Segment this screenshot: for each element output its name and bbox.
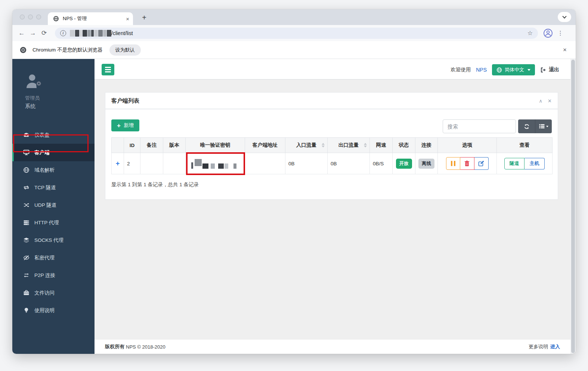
new-tab-button[interactable]: + [139,12,150,24]
nps-app: 管理员 系统 仪表盘 [12,59,576,354]
search-input[interactable] [443,119,516,133]
tunnel-button[interactable]: 隧道 [504,158,524,169]
columns-button[interactable] [535,119,552,133]
annotation-box-vkey [186,152,245,175]
sidebar-item-tcp-tunnel[interactable]: TCP 隧道 [12,179,95,196]
admin-avatar-icon [25,73,44,90]
sort-icon[interactable] [322,143,325,147]
scrollbar-thumb[interactable] [571,60,575,353]
user-name: 系统 [25,103,95,110]
col-traffic-out[interactable]: 出口流量 [328,138,370,153]
exchange-icon [23,272,30,278]
pause-button[interactable] [446,157,460,170]
logout-label: 退出 [549,66,559,73]
tab-search-button[interactable] [558,12,571,22]
sidebar-item-help[interactable]: 使用说明 [12,302,95,319]
browser-menu-icon[interactable]: ⋮ [557,29,563,37]
edit-button[interactable] [474,157,489,170]
more-label: 更多说明 [529,343,548,350]
set-default-button[interactable]: 设为默认 [109,44,141,56]
dashboard-icon [23,132,30,138]
sidebar-item-p2p[interactable]: P2P 连接 [12,266,95,284]
enter-link[interactable]: 进入 [550,343,560,350]
pause-icon [451,161,455,166]
user-role: 管理员 [25,95,95,102]
zoom-window-button[interactable] [36,15,41,19]
sidebar-item-clients[interactable]: 客户端 [12,144,95,161]
sidebar-item-label: 使用说明 [34,307,55,314]
sidebar-item-file-access[interactable]: 文件访问 [12,284,95,302]
col-view: 查看 [497,138,553,153]
cell-traffic-in: 0B [285,153,328,174]
copyright-text: NPS © 2018-2020 [126,344,165,350]
notification-close-icon[interactable]: × [563,46,567,54]
add-button-label: 新增 [124,122,134,129]
profile-icon[interactable] [543,28,553,38]
sidebar-item-domains[interactable]: 域名解析 [12,161,95,179]
sidebar-item-secret-proxy[interactable]: 私密代理 [12,249,95,266]
panel-header: 客户端列表 ∧ ✕ [105,93,558,109]
server-icon [23,219,30,226]
forward-button[interactable]: → [27,28,38,39]
sign-out-icon [540,67,546,73]
sort-icon[interactable] [364,143,367,147]
tab-title: NPS - 管理 [63,15,126,22]
columns-list-icon [539,124,545,129]
traffic-lights[interactable] [20,15,41,19]
cell-traffic-out: 0B [328,153,370,174]
host-button[interactable]: 主机 [524,158,545,169]
sidebar-item-udp-tunnel[interactable]: UDP 隧道 [12,196,95,214]
add-client-button[interactable]: + 新增 [111,119,139,131]
cell-id: 2 [124,153,140,174]
tab-close-icon[interactable]: × [126,16,129,22]
row-view: 隧道 主机 [504,158,545,169]
col-status: 状态 [393,138,415,153]
bookmark-star-icon[interactable]: ☆ [527,29,533,37]
expand-row-icon[interactable]: + [116,160,120,167]
col-traffic-in[interactable]: 入口流量 [285,138,328,153]
globe-icon [496,67,502,73]
welcome-text: 欢迎使用 [451,66,471,73]
back-button[interactable]: ← [16,28,27,39]
logout-link[interactable]: 退出 [540,66,559,73]
minimize-window-button[interactable] [28,15,33,19]
cell-speed: 0B/S [370,153,393,174]
site-info-icon[interactable]: i [60,30,66,36]
page-scrollbar[interactable] [570,59,576,354]
sidebar-item-label: 客户端 [34,149,50,156]
browser-tab[interactable]: NPS - 管理 × [48,12,133,25]
sidebar-menu: 仪表盘 客户端 域名解析 [12,126,95,319]
sidebar-item-label: 文件访问 [34,290,55,296]
sidebar-item-http-proxy[interactable]: HTTP 代理 [12,214,95,231]
delete-button[interactable] [460,157,474,170]
sidebar-item-label: 仪表盘 [34,132,50,138]
brand-link[interactable]: NPS [476,67,487,73]
sidebar: 管理员 系统 仪表盘 [12,59,95,354]
refresh-button[interactable] [518,119,535,133]
sidebar-item-label: TCP 隧道 [34,184,56,191]
sidebar-item-dashboard[interactable]: 仪表盘 [12,126,95,144]
collapse-panel-icon[interactable]: ∧ [539,98,543,104]
close-window-button[interactable] [20,15,25,19]
url-bar[interactable]: i /client/list ☆ [55,28,538,39]
col-version: 版本 [163,138,186,153]
language-button[interactable]: 简体中文 [492,64,535,75]
reload-button[interactable]: ⟳ [38,28,50,39]
main-area: 欢迎使用 NPS 简体中文 [95,59,576,354]
caret-down-icon [546,126,548,127]
table-toolbar: + 新增 [105,109,558,133]
panel-title: 客户端列表 [111,97,139,105]
lightbulb-icon [23,307,30,314]
menu-toggle-button[interactable] [102,64,114,75]
sidebar-item-socks-proxy[interactable]: SOCKS 代理 [12,231,95,249]
tab-strip: NPS - 管理 × + [12,9,576,25]
table-header-row: ID 备注 版本 唯一验证密钥 客户端地址 入口流量 出口流量 网速 状态 连接… [112,138,553,153]
sidebar-item-label: P2P 连接 [34,272,55,279]
browser-toolbar: ← → ⟳ i /client/list ☆ ⋮ [12,25,576,41]
close-panel-icon[interactable]: ✕ [548,98,552,104]
col-expand [112,138,124,153]
redacted-vkey [191,159,236,169]
app-footer: 版权所有 NPS © 2018-2020 更多说明 进入 [95,340,570,354]
cell-vkey [186,153,245,174]
trash-icon [464,160,470,166]
